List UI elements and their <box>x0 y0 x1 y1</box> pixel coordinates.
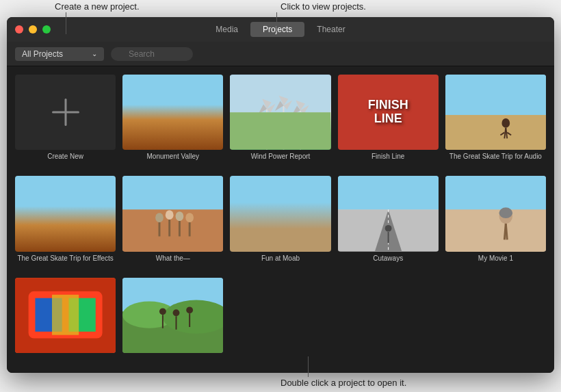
project-wind-power[interactable]: Wind Power Report <box>227 72 333 172</box>
project-label-create-new: Create New <box>15 153 116 160</box>
svg-point-16 <box>501 118 510 128</box>
project-skate-audio[interactable]: The Great Skate Trip for Audio <box>443 72 549 172</box>
app-window: Media Projects Theater All Projects 🔍 Cr… <box>7 17 554 373</box>
finish-line-text: FINISHLINE <box>368 99 408 126</box>
svg-rect-15 <box>445 115 546 150</box>
search-wrap: 🔍 <box>111 47 193 61</box>
project-extra1[interactable] <box>12 275 118 367</box>
thumb-extra2 <box>122 278 223 353</box>
annotation-create-new: Create a new project. <box>55 1 140 12</box>
svg-point-35 <box>384 225 391 232</box>
projects-grid: Create New Monument Valley <box>7 66 554 373</box>
project-finish-line[interactable]: FINISHLINE Finish Line <box>335 72 441 172</box>
thumb-wind-power <box>230 75 330 150</box>
thumb-movie1 <box>445 176 546 251</box>
maximize-button[interactable] <box>42 25 51 34</box>
svg-point-24 <box>166 211 174 220</box>
tab-projects[interactable]: Projects <box>250 22 304 37</box>
traffic-lights <box>15 25 51 34</box>
all-projects-dropdown[interactable]: All Projects <box>15 47 104 61</box>
tab-bar: Media Projects Theater <box>203 22 357 37</box>
svg-point-52 <box>159 308 166 315</box>
project-label-monument: Monument Valley <box>122 153 223 160</box>
thumb-skate-audio <box>445 75 546 150</box>
thumb-moab <box>230 176 330 251</box>
svg-rect-21 <box>122 177 223 210</box>
project-cutaways[interactable]: Cutaways <box>335 173 441 273</box>
project-label-movie1: My Movie 1 <box>445 254 546 262</box>
svg-point-40 <box>499 208 512 219</box>
project-label-finish: Finish Line <box>338 153 439 160</box>
project-label-cutaways: Cutaways <box>338 254 439 262</box>
svg-rect-31 <box>338 177 439 210</box>
svg-point-23 <box>155 213 164 223</box>
close-button[interactable] <box>15 25 23 34</box>
project-create-new[interactable]: Create New <box>12 72 118 172</box>
thumb-skate-effects <box>15 176 116 251</box>
svg-point-56 <box>186 306 193 313</box>
annotation-double-click: Double click a project to open it. <box>280 378 406 388</box>
project-skate-effects[interactable]: The Great Skate Trip for Effects <box>12 173 118 273</box>
svg-rect-37 <box>445 177 546 210</box>
svg-point-25 <box>176 212 184 222</box>
project-label-moab: Fun at Moab <box>230 254 330 262</box>
thumb-what <box>122 176 223 251</box>
svg-point-26 <box>185 213 194 223</box>
project-extra2[interactable] <box>120 275 226 367</box>
project-label-wind: Wind Power Report <box>230 153 330 160</box>
tab-media[interactable]: Media <box>203 22 250 37</box>
project-movie1[interactable]: My Movie 1 <box>443 173 549 273</box>
toolbar: All Projects 🔍 <box>7 42 554 66</box>
svg-rect-13 <box>230 112 330 149</box>
annotation-line-bottom <box>308 356 309 377</box>
project-label-what: What the— <box>122 254 223 262</box>
project-moab[interactable]: Fun at Moab <box>227 173 333 273</box>
thumb-cutaways <box>338 176 439 251</box>
thumb-finish-line: FINISHLINE <box>338 75 439 150</box>
svg-rect-14 <box>445 75 546 115</box>
thumb-extra1 <box>15 278 116 353</box>
project-what-the[interactable]: What the— <box>120 173 226 273</box>
svg-rect-47 <box>52 294 79 335</box>
project-label-skate-audio: The Great Skate Trip for Audio <box>445 153 546 160</box>
svg-rect-38 <box>445 210 546 252</box>
thumb-monument-valley <box>122 75 223 150</box>
project-monument-valley[interactable]: Monument Valley <box>120 72 226 172</box>
annotation-line-left <box>66 12 66 34</box>
search-input[interactable] <box>111 47 193 61</box>
titlebar: Media Projects Theater <box>7 17 554 42</box>
annotation-view-projects: Click to view projects. <box>280 1 366 12</box>
create-new-thumb <box>15 75 116 150</box>
tab-theater[interactable]: Theater <box>304 22 357 37</box>
minimize-button[interactable] <box>29 25 37 34</box>
svg-point-54 <box>173 309 180 316</box>
project-label-skate-effects: The Great Skate Trip for Effects <box>15 254 116 262</box>
annotation-line-right <box>276 12 277 31</box>
plus-icon <box>52 99 79 126</box>
svg-line-42 <box>506 224 507 240</box>
